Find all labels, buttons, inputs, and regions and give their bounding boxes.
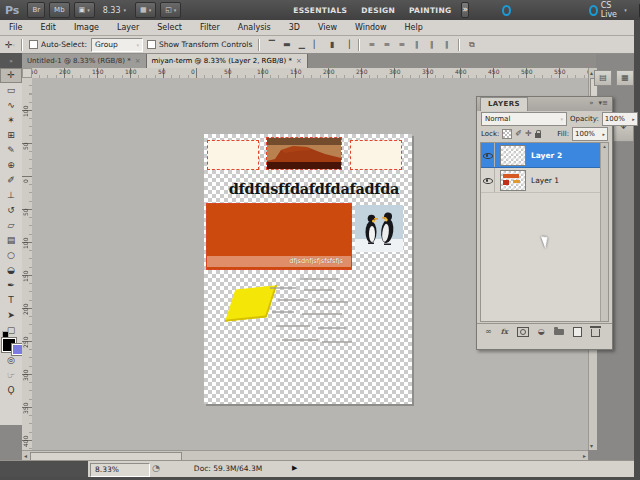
cream-placeholder-box-left[interactable]: [207, 140, 259, 170]
distribute-left-edges-icon[interactable]: ∥: [411, 40, 422, 49]
align-top-edges-icon[interactable]: ▔: [266, 40, 277, 49]
clone-stamp-tool[interactable]: ⊥: [0, 188, 22, 203]
type-tool[interactable]: T: [0, 293, 22, 308]
collapsed-panel-icon[interactable]: ▦: [616, 70, 634, 86]
scroll-up-icon[interactable]: ▴: [590, 69, 593, 76]
align-horizontal-centers-icon[interactable]: ▮: [326, 40, 337, 49]
status-options-arrow-icon[interactable]: ▶: [292, 464, 297, 472]
align-right-edges-icon[interactable]: ▕: [341, 40, 352, 49]
adjustment-layer-icon[interactable]: ◒: [538, 327, 545, 336]
show-transform-checkbox[interactable]: [147, 40, 156, 49]
desert-image[interactable]: [267, 138, 341, 169]
blur-tool[interactable]: ○: [0, 248, 22, 263]
auto-align-layers-icon[interactable]: ⧉: [466, 40, 477, 50]
menu-item[interactable]: Analysis: [229, 23, 280, 32]
hand-tool[interactable]: ☞: [0, 368, 22, 383]
opacity-field[interactable]: 100%▸: [602, 112, 638, 126]
align-bottom-edges-icon[interactable]: ▁: [296, 40, 307, 49]
panel-scrollbar[interactable]: ▴: [600, 143, 608, 321]
canvas-headline-text[interactable]: dfdfdsffdafdfdafadfda: [204, 180, 412, 197]
collapsed-panel-icon[interactable]: ▤: [594, 70, 612, 86]
brush-tool[interactable]: ✐: [0, 173, 22, 188]
menu-item[interactable]: Edit: [31, 23, 65, 32]
path-selection-tool[interactable]: ➤: [0, 308, 22, 323]
cs-live-button[interactable]: CS Live▾: [481, 1, 627, 19]
view-extras-button[interactable]: ▣▾: [74, 2, 95, 18]
scroll-up-icon[interactable]: ▴: [603, 143, 606, 149]
link-layers-icon[interactable]: ∞: [485, 327, 492, 336]
pen-tool[interactable]: ✒: [0, 278, 22, 293]
eraser-tool[interactable]: ▱: [0, 218, 22, 233]
cream-placeholder-box-right[interactable]: [350, 140, 402, 170]
launch-bridge-button[interactable]: Br: [27, 2, 45, 18]
document-tab-untitled[interactable]: Untitled-1 @ 8.33% (RGB/8) *×: [22, 54, 147, 68]
workspace-overflow-button[interactable]: »: [461, 2, 469, 18]
penguins-image[interactable]: [355, 205, 403, 252]
scroll-down-icon[interactable]: ▾: [590, 442, 593, 449]
menu-item[interactable]: Image: [65, 23, 108, 32]
scroll-right-icon[interactable]: ▸: [583, 452, 586, 459]
distribute-right-edges-icon[interactable]: ∥: [441, 40, 452, 49]
eyedropper-tool[interactable]: ✎: [0, 143, 22, 158]
document-tab-miyan-term[interactable]: miyan-term @ 8.33% (Layer 2, RGB/8) *×: [147, 54, 308, 68]
ruler-origin-box[interactable]: [22, 68, 32, 78]
menu-item[interactable]: Select: [148, 23, 191, 32]
workspace-button[interactable]: ESSENTIALS: [293, 6, 347, 15]
lock-transparency-icon[interactable]: [502, 129, 512, 139]
3d-camera-tool[interactable]: ◎: [0, 353, 22, 368]
document-canvas[interactable]: dfdfdsffdafdfdafadfda dfjsdnfjsfjsfsfsfj…: [204, 134, 412, 404]
distribute-top-edges-icon[interactable]: ≡: [366, 40, 377, 49]
menu-item[interactable]: Help: [396, 23, 432, 32]
status-zoom-field[interactable]: 8.33%: [90, 463, 150, 477]
layers-panel-tab[interactable]: LAYERS: [480, 97, 528, 111]
distribute-vertical-centers-icon[interactable]: ≡: [381, 40, 392, 49]
gradient-tool[interactable]: ▤: [0, 233, 22, 248]
menu-item[interactable]: File: [0, 23, 31, 32]
new-layer-icon[interactable]: [573, 327, 582, 337]
workspace-button[interactable]: DESIGN: [361, 6, 395, 15]
rectangular-marquee-tool[interactable]: ▭: [0, 83, 22, 98]
zoom-tool[interactable]: Ϙ: [0, 383, 22, 398]
menu-item[interactable]: Filter: [191, 23, 229, 32]
arrange-documents-button[interactable]: ▦▾: [135, 2, 156, 18]
magic-wand-tool[interactable]: ✶: [0, 113, 22, 128]
visibility-toggle[interactable]: [481, 168, 495, 192]
new-group-icon[interactable]: [554, 329, 564, 335]
tab-close-icon[interactable]: ×: [296, 57, 302, 65]
delete-layer-icon[interactable]: [591, 329, 600, 337]
layer-row-layer-2[interactable]: Layer 2: [481, 143, 608, 168]
layer-name[interactable]: Layer 1: [531, 176, 559, 185]
layer-row-layer-1[interactable]: Layer 1: [481, 168, 608, 193]
tab-close-icon[interactable]: ×: [135, 57, 141, 65]
menu-item[interactable]: Layer: [108, 23, 148, 32]
visibility-toggle[interactable]: [481, 143, 495, 167]
layer-thumbnail[interactable]: [500, 145, 526, 166]
default-colors-icon[interactable]: [2, 331, 9, 338]
layer-name[interactable]: Layer 2: [531, 151, 562, 160]
move-tool[interactable]: ✛: [0, 68, 22, 83]
panel-collapse-icon[interactable]: »: [589, 99, 593, 107]
align-vertical-centers-icon[interactable]: ▬: [281, 40, 292, 49]
auto-select-checkbox[interactable]: [29, 40, 38, 49]
chevron-down-icon[interactable]: ▾: [13, 42, 16, 48]
dodge-tool[interactable]: ◒: [0, 263, 22, 278]
layer-style-icon[interactable]: fx: [501, 327, 508, 336]
healing-brush-tool[interactable]: ⊕: [0, 158, 22, 173]
menu-item[interactable]: 3D: [280, 23, 309, 32]
auto-select-dropdown[interactable]: Group▾: [91, 38, 143, 52]
toolbox-collapse-header[interactable]: »: [0, 53, 22, 68]
fill-field[interactable]: 100%▸: [572, 127, 608, 141]
screen-mode-button[interactable]: ◱▾: [160, 2, 181, 18]
blend-mode-dropdown[interactable]: Normal▾: [481, 112, 567, 126]
layer-thumbnail[interactable]: [500, 170, 526, 191]
history-brush-tool[interactable]: ↺: [0, 203, 22, 218]
panel-menu-icon[interactable]: ▾≡: [599, 99, 608, 107]
workspace-button[interactable]: PAINTING: [409, 6, 451, 15]
distribute-bottom-edges-icon[interactable]: ≡: [396, 40, 407, 49]
menu-item[interactable]: View: [309, 23, 346, 32]
scroll-left-icon[interactable]: ◂: [24, 452, 27, 459]
crop-tool[interactable]: ⊞: [0, 128, 22, 143]
lock-pixels-icon[interactable]: ✐: [515, 129, 522, 138]
flower-image[interactable]: dfjsdnfjsfjsfsfsfjs: [206, 203, 352, 270]
launch-mini-bridge-button[interactable]: Mb: [49, 2, 69, 18]
